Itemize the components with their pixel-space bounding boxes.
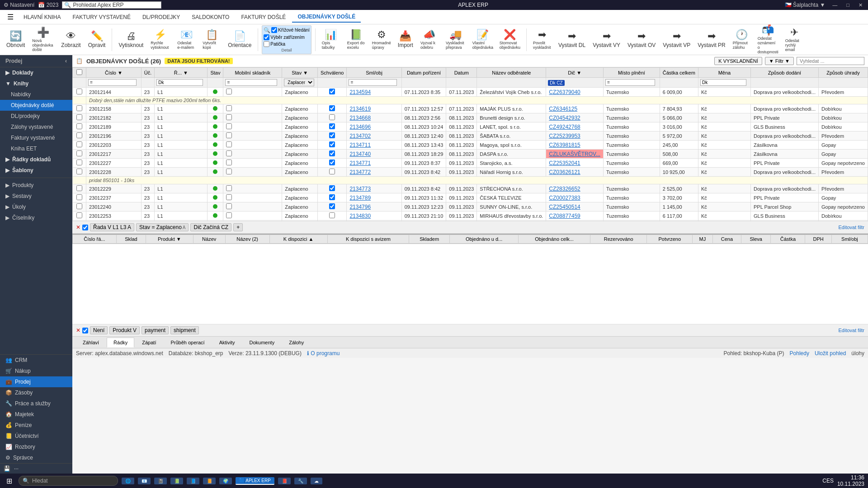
col-schvaleno[interactable]: Schváleno: [318, 68, 347, 78]
row-checkbox[interactable]: [76, 150, 82, 156]
filter-stav2[interactable]: Zaplaceno: [284, 79, 314, 86]
row-dic[interactable]: CZ25352041: [549, 160, 580, 166]
bcol-produkt[interactable]: Produkt ▼: [146, 235, 193, 244]
row-checkbox[interactable]: [76, 169, 82, 174]
row-mobilni-check[interactable]: [226, 150, 232, 156]
bcol-skladem[interactable]: Skladem: [409, 235, 450, 244]
col-stav[interactable]: Stav: [208, 68, 223, 78]
row-schvaleno-check[interactable]: [329, 123, 335, 129]
col-stav2[interactable]: Stav ▼: [282, 68, 318, 78]
sidebar-nakup[interactable]: 🛒 Nákup: [0, 366, 72, 376]
taskbar-other1[interactable]: 🔧: [294, 478, 307, 484]
sidebar-ukoly[interactable]: ▶ Úkoly: [0, 202, 72, 212]
col-misto[interactable]: Místo plnění: [603, 68, 660, 78]
row-checkbox[interactable]: [76, 89, 82, 94]
vyzval-btn[interactable]: 📣 Vyzval k odebru: [418, 28, 441, 52]
col-uhrada[interactable]: Způsob úhrady: [818, 68, 868, 78]
filter-mobilni[interactable]: [225, 79, 277, 86]
vytvorit-kopii-btn[interactable]: 📋 Vytvořit kopii: [200, 28, 223, 52]
sidebar-sablony[interactable]: ▶ Šablony: [0, 165, 72, 176]
editovat-filtr-2[interactable]: Editovat filtr: [839, 328, 864, 333]
sidebar-zalohy-vystavene[interactable]: Zálohy vystavené: [0, 122, 72, 132]
vystavit-ov-btn[interactable]: ➡ Vystavit OV: [625, 29, 658, 50]
taskbar-edge[interactable]: 🌐: [122, 478, 134, 484]
row-smlobj[interactable]: 2134619: [349, 106, 371, 112]
row-mobilni-check[interactable]: [226, 212, 232, 218]
taskbar-onenote[interactable]: 📓: [154, 478, 167, 484]
row-dic[interactable]: CZ49242768: [549, 124, 580, 130]
search-input[interactable]: [797, 57, 864, 65]
close-btn[interactable]: ✕: [857, 2, 864, 8]
col-rada[interactable]: Ř... ▼: [155, 68, 208, 78]
row-smlobj[interactable]: 2134594: [349, 89, 371, 95]
row-dic[interactable]: CZ03626121: [549, 169, 580, 175]
bcol-nazev2[interactable]: Název (2): [225, 235, 269, 244]
tab-zapat[interactable]: Zápatí: [135, 338, 163, 347]
row-schvaleno-check[interactable]: [329, 203, 335, 209]
sidebar-knihy[interactable]: ▼ Knihy: [0, 78, 72, 89]
vyskladnit-btn[interactable]: 🚚 Vyskladnit přeprava: [443, 28, 468, 52]
row-smlobj[interactable]: 2134702: [349, 133, 371, 139]
table-row[interactable]: 23012240 23 L1 Zaplaceno 2134796 09.11.2…: [73, 202, 868, 211]
opravit-btn[interactable]: ✏️ Opravit: [85, 29, 108, 50]
vystavit-vp-btn[interactable]: ➡ Vystavit VP: [660, 29, 693, 50]
row-smlobj[interactable]: 2134771: [349, 160, 371, 166]
filter-sml[interactable]: [349, 79, 397, 86]
sidebar-ucetnictvi[interactable]: 📒 Účetnictví: [0, 431, 72, 441]
row-smlobj[interactable]: 2134668: [349, 115, 371, 121]
menu-saldokonto[interactable]: SALDOKONTO: [186, 12, 235, 22]
table-row[interactable]: 23012189 23 L1 Zaplaceno 2134696 08.11.2…: [73, 122, 868, 131]
sidebar-objednavky-dosle[interactable]: Objednávky došlé: [0, 100, 72, 111]
pohledy-btn[interactable]: Pohledy: [790, 350, 809, 357]
row-smlobj[interactable]: 2134773: [349, 186, 371, 192]
col-castka[interactable]: Částka celkem: [660, 68, 698, 78]
col-dodani[interactable]: Způsob dodání: [750, 68, 818, 78]
tab-dokumenty[interactable]: Dokumenty: [243, 338, 282, 347]
row-dic[interactable]: CZ08877459: [549, 213, 580, 219]
bcol-dph[interactable]: DPH: [805, 235, 831, 244]
row-schvaleno-check[interactable]: [329, 212, 335, 218]
sidebar-produkty[interactable]: ▶ Produkty: [0, 180, 72, 191]
sidebar-crm[interactable]: 👥 CRM: [0, 355, 72, 366]
bcol-sklad[interactable]: Sklad: [116, 235, 146, 244]
row-schvaleno-check[interactable]: [329, 132, 335, 138]
sidebar-prace[interactable]: 🔧 Práce a služby: [0, 398, 72, 409]
minimize-btn[interactable]: —: [830, 2, 839, 8]
row-smlobj[interactable]: 2134796: [349, 204, 371, 210]
row-mobilni-check[interactable]: [226, 194, 232, 200]
row-schvaleno-check[interactable]: [329, 105, 335, 111]
menu-dl-prodejky[interactable]: DL/PRODEJKY: [137, 12, 185, 22]
hromadne-btn[interactable]: ⚙ Hromadné úpravy: [370, 28, 393, 52]
tab-zahlavi[interactable]: Záhlaví: [76, 338, 106, 347]
row-checkbox[interactable]: [76, 141, 82, 147]
sidebar-rozbory[interactable]: 📈 Rozbory: [0, 441, 72, 452]
col-dic[interactable]: Dič ▼: [546, 68, 604, 78]
tab-zalohy[interactable]: Zálohy: [282, 338, 311, 347]
col-nazev[interactable]: Název odběratele: [477, 68, 546, 78]
row-mobilni-check[interactable]: [226, 132, 232, 138]
row-checkbox[interactable]: [76, 160, 82, 165]
menu-faktury-vystavene[interactable]: FAKTURY VYSTAVENÉ: [67, 12, 136, 22]
vytisknout-btn[interactable]: 🖨 Vytisknout: [116, 29, 146, 50]
rychle-vytisknout-btn[interactable]: ⚡ Rychle vytisknout: [148, 28, 173, 52]
row-schvaleno-check[interactable]: [329, 114, 335, 120]
row-mobilni-check[interactable]: [226, 141, 232, 147]
table-row[interactable]: 23012144 23 L1 Zaplaceno 2134594 07.11.2…: [73, 88, 868, 97]
taskbar-excel[interactable]: 📗: [170, 478, 183, 484]
row-mobilni-check[interactable]: [226, 185, 232, 191]
taskbar-word[interactable]: 📘: [187, 478, 199, 484]
k-vyskladneni-btn[interactable]: K VYSKLADNĚNÍ: [714, 57, 762, 65]
sidebar-dl-prodejky[interactable]: DL/prodejky: [0, 111, 72, 122]
import-btn[interactable]: 📥 Import: [395, 29, 416, 50]
settings-icon[interactable]: ⚙ Nastavení: [4, 2, 34, 8]
taskbar-aplex[interactable]: 🟦 APLEX ERP: [236, 477, 274, 485]
stornovat-btn[interactable]: ❌ Stornovat objednávku: [497, 28, 523, 52]
col-select-all[interactable]: [73, 68, 86, 78]
table-row[interactable]: 23012217 23 L1 Zaplaceno 2134740 08.11.2…: [73, 150, 868, 159]
hamburger-menu[interactable]: ☰: [4, 11, 17, 23]
row-dic[interactable]: CZLUKAŠVĚTROV...: [549, 151, 600, 157]
bcol-kdispoziciavizem[interactable]: K dispozici s avizem: [327, 235, 409, 244]
rychly-email-btn[interactable]: ✈ Odeslat rychlý email: [783, 26, 806, 54]
opis-tabulky-btn[interactable]: 📊 Opis tabulky: [319, 28, 343, 52]
filter-mena[interactable]: [700, 79, 746, 86]
